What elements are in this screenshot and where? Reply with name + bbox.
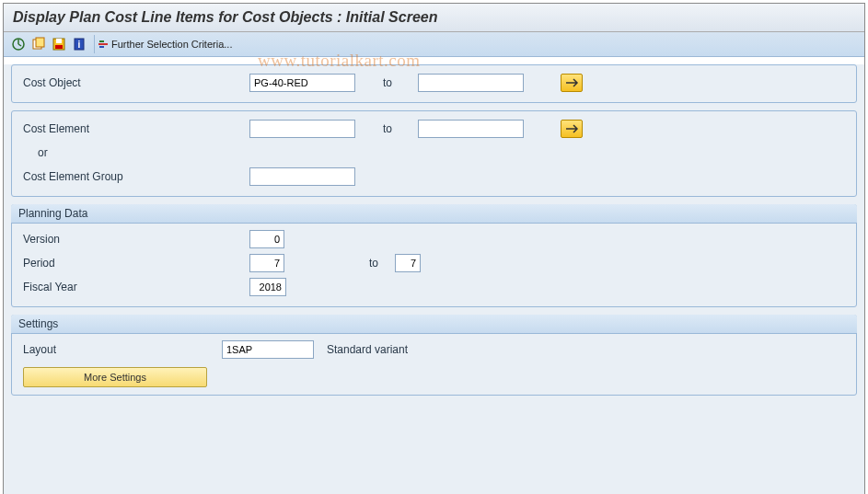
page-title: Display Plan Cost Line Items for Cost Ob… — [4, 4, 864, 32]
version-input[interactable] — [249, 230, 284, 248]
fiscal-year-input[interactable] — [249, 278, 286, 296]
cost-element-label: Cost Element — [19, 122, 249, 135]
period-from-input[interactable] — [249, 254, 284, 272]
toolbar: i Further Selection Criteria... — [4, 32, 864, 57]
cost-element-to-label: to — [355, 122, 418, 135]
info-icon[interactable]: i — [70, 35, 88, 53]
cost-element-section: Cost Element to or Cost Element Group — [11, 110, 857, 197]
svg-rect-4 — [36, 38, 44, 47]
cost-object-to-input[interactable] — [418, 74, 524, 92]
cost-object-from-input[interactable] — [249, 74, 355, 92]
layout-desc: Standard variant — [327, 343, 408, 356]
cost-object-section: Cost Object to — [11, 64, 857, 103]
settings-section: Settings Layout Standard variant More Se… — [11, 315, 857, 396]
layout-input[interactable] — [222, 340, 314, 359]
content-area: www.tutorialkart.com Cost Object to Cost… — [4, 64, 864, 494]
cost-object-to-label: to — [355, 76, 418, 89]
or-label: or — [19, 146, 249, 159]
svg-rect-6 — [56, 39, 62, 43]
settings-header: Settings — [11, 315, 857, 334]
cost-element-from-input[interactable] — [249, 120, 355, 138]
layout-label: Layout — [19, 343, 222, 356]
version-label: Version — [19, 233, 249, 246]
period-to-label: to — [284, 257, 395, 270]
get-variant-icon[interactable] — [29, 35, 48, 53]
cost-object-multi-icon[interactable] — [561, 74, 583, 92]
svg-line-2 — [18, 44, 21, 46]
further-criteria-button[interactable]: Further Selection Criteria... — [94, 35, 237, 53]
fiscal-year-label: Fiscal Year — [19, 281, 249, 293]
planning-data-header: Planning Data — [11, 204, 857, 224]
svg-text:i: i — [78, 40, 81, 50]
more-settings-button[interactable]: More Settings — [23, 367, 207, 387]
period-label: Period — [19, 257, 249, 270]
cost-element-group-input[interactable] — [249, 167, 355, 186]
cost-element-to-input[interactable] — [418, 120, 524, 138]
cost-element-group-label: Cost Element Group — [19, 170, 249, 183]
svg-rect-7 — [55, 45, 63, 49]
period-to-input[interactable] — [395, 254, 421, 272]
cost-object-label: Cost Object — [19, 76, 249, 89]
save-icon[interactable] — [50, 35, 68, 53]
further-criteria-label: Further Selection Criteria... — [111, 39, 232, 50]
cost-element-multi-icon[interactable] — [561, 120, 583, 138]
execute-icon[interactable] — [9, 35, 28, 53]
planning-data-section: Planning Data Version Period to Fiscal Y… — [11, 204, 857, 307]
